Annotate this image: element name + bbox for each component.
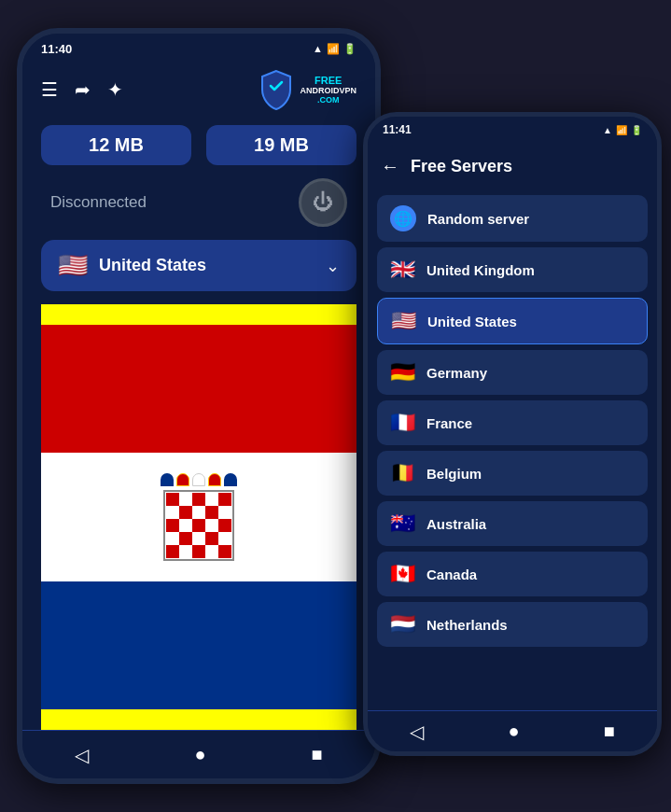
menu-icon[interactable]: ☰ xyxy=(41,78,58,101)
servers-header-title: Free Servers xyxy=(411,157,512,176)
server-item[interactable]: 🇬🇧 United Kingdom xyxy=(377,247,648,292)
logo-line3: .COM xyxy=(317,95,340,105)
server-item[interactable]: 🇫🇷 France xyxy=(377,400,648,445)
data-row: 12 MB 19 MB xyxy=(41,125,356,165)
c2 xyxy=(179,493,192,506)
c13 xyxy=(192,519,205,532)
c9 xyxy=(205,506,218,519)
server-item[interactable]: 🇺🇸 United States xyxy=(377,298,648,344)
crown-piece-4 xyxy=(208,473,221,486)
globe-icon: 🌐 xyxy=(390,205,416,231)
selected-country-name: United States xyxy=(99,256,315,275)
phone2-nav-recents[interactable]: ■ xyxy=(604,721,615,742)
server-flag-icon: 🇬🇧 xyxy=(390,258,415,282)
c5 xyxy=(218,493,231,506)
phone2-nav-home[interactable]: ● xyxy=(508,721,519,742)
server-flag-icon: 🇺🇸 xyxy=(391,309,416,333)
c12 xyxy=(179,519,192,532)
phone2-wifi-icon: ▲ xyxy=(603,125,612,135)
download-badge: 12 MB xyxy=(41,125,191,165)
back-button[interactable]: ← xyxy=(381,156,399,177)
phone2-time: 11:41 xyxy=(383,123,412,136)
logo-text: FREE ANDROIDVPN .COM xyxy=(300,75,356,105)
wifi-icon: ▲ xyxy=(313,43,323,54)
phone2-nav-back[interactable]: ◁ xyxy=(410,721,424,743)
crown-piece-3 xyxy=(192,473,205,486)
checker-shield xyxy=(163,490,234,561)
c24 xyxy=(205,545,218,558)
flag-white xyxy=(41,453,356,581)
server-flag-icon: 🇦🇺 xyxy=(390,511,415,536)
connect-row: Disconnected ⏻ xyxy=(41,178,356,227)
flag-yellow-top xyxy=(41,304,356,325)
server-flag-icon: 🇩🇪 xyxy=(390,360,415,385)
c20 xyxy=(218,532,231,545)
crown-piece-5 xyxy=(224,473,237,486)
phone1: 11:40 ▲ 📶 🔋 ☰ ➦ ✦ FREE ANDROIDVPN xyxy=(17,28,381,784)
phone2-header: ← Free Servers xyxy=(368,143,657,189)
c1 xyxy=(166,493,179,506)
c10 xyxy=(218,506,231,519)
phone2-signal-icon: 📶 xyxy=(616,125,627,135)
flag-yellow-bottom xyxy=(41,709,356,730)
signal-icon: 📶 xyxy=(327,43,340,55)
nav-home-button[interactable]: ● xyxy=(194,744,205,765)
battery-icon: 🔋 xyxy=(343,43,356,55)
phone1-content: 12 MB 19 MB Disconnected ⏻ 🇺🇸 United Sta… xyxy=(22,116,375,730)
phone2-battery-icon: 🔋 xyxy=(631,125,642,135)
server-name: United States xyxy=(427,314,517,329)
crown-piece-2 xyxy=(176,473,189,486)
server-item[interactable]: 🇳🇱 Netherlands xyxy=(377,602,648,647)
c17 xyxy=(179,532,192,545)
c8 xyxy=(192,506,205,519)
crown-piece-1 xyxy=(161,473,174,486)
c14 xyxy=(205,519,218,532)
phone1-status-icons: ▲ 📶 🔋 xyxy=(313,43,356,55)
nav-back-button[interactable]: ◁ xyxy=(75,744,89,766)
logo-line2: ANDROIDVPN xyxy=(300,86,356,95)
country-selector[interactable]: 🇺🇸 United States ⌄ xyxy=(41,240,356,291)
phone1-toolbar: ☰ ➦ ✦ FREE ANDROIDVPN .COM xyxy=(22,63,375,116)
scene: 11:40 ▲ 📶 🔋 ☰ ➦ ✦ FREE ANDROIDVPN xyxy=(0,0,671,812)
c15 xyxy=(218,519,231,532)
logo-shield-icon xyxy=(259,69,294,110)
share-icon[interactable]: ➦ xyxy=(75,78,91,101)
server-item[interactable]: 🇩🇪 Germany xyxy=(377,350,648,395)
server-item[interactable]: 🌐 Random server xyxy=(377,195,648,242)
phone2: 11:41 ▲ 📶 🔋 ← Free Servers 🌐 Random serv… xyxy=(363,112,662,756)
c11 xyxy=(166,519,179,532)
phone2-status-bar: 11:41 ▲ 📶 🔋 xyxy=(368,117,657,143)
phone1-time: 11:40 xyxy=(41,42,72,56)
upload-badge: 19 MB xyxy=(206,125,356,165)
c25 xyxy=(218,545,231,558)
c7 xyxy=(179,506,192,519)
chevron-down-icon: ⌄ xyxy=(326,256,340,276)
server-flag-icon: 🇨🇦 xyxy=(390,562,415,586)
checker-grid xyxy=(166,493,231,558)
server-name: Random server xyxy=(427,211,529,227)
server-item[interactable]: 🇦🇺 Australia xyxy=(377,501,648,546)
phone1-bottom-nav: ◁ ● ■ xyxy=(22,730,375,778)
flag-red xyxy=(41,325,356,453)
country-flag-display xyxy=(41,304,356,730)
server-item[interactable]: 🇨🇦 Canada xyxy=(377,552,648,596)
c4 xyxy=(205,493,218,506)
star-icon[interactable]: ✦ xyxy=(107,78,123,101)
c22 xyxy=(179,545,192,558)
nav-recents-button[interactable]: ■ xyxy=(311,744,322,765)
logo-area: FREE ANDROIDVPN .COM xyxy=(259,69,356,110)
phone2-bottom-nav: ◁ ● ■ xyxy=(368,710,657,751)
server-list: 🌐 Random server 🇬🇧 United Kingdom 🇺🇸 Uni… xyxy=(368,189,657,710)
server-flag-icon: 🇫🇷 xyxy=(390,411,415,435)
c18 xyxy=(192,532,205,545)
server-name: France xyxy=(426,415,472,431)
power-button[interactable]: ⏻ xyxy=(299,178,347,227)
selected-country-flag: 🇺🇸 xyxy=(58,251,88,280)
coat-of-arms xyxy=(161,473,237,561)
server-name: Belgium xyxy=(426,466,482,482)
c21 xyxy=(166,545,179,558)
c23 xyxy=(192,545,205,558)
flag-blue xyxy=(41,581,356,709)
connection-status: Disconnected xyxy=(50,193,147,212)
server-item[interactable]: 🇧🇪 Belgium xyxy=(377,451,648,496)
